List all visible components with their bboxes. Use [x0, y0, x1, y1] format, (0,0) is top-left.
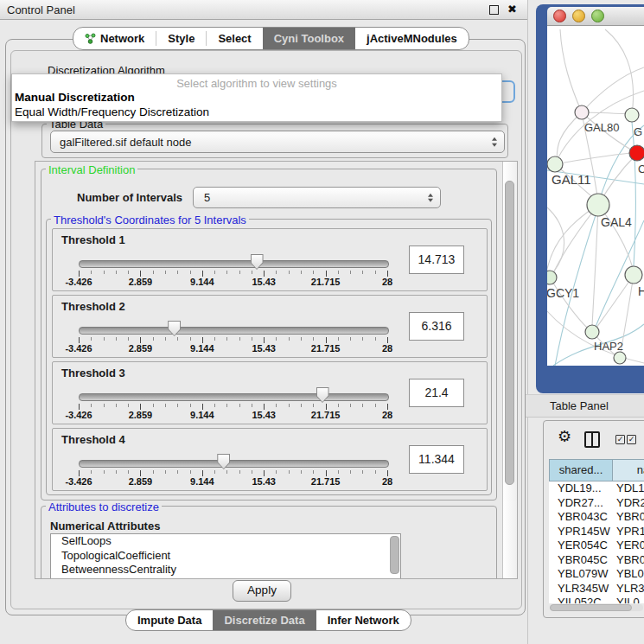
table-row[interactable]: YBR045CYBR0 [549, 553, 644, 568]
tab-label: Cyni Toolbox [274, 32, 344, 45]
slider-track[interactable] [79, 327, 389, 335]
stepper-arrows-icon[interactable] [492, 137, 497, 147]
slider-track[interactable] [79, 260, 389, 268]
stepper-arrows-icon[interactable] [428, 193, 433, 202]
network-node-c[interactable] [629, 145, 644, 161]
gear-icon[interactable]: ⚙ [558, 428, 571, 445]
table-row[interactable]: YLR345WYLR3 [549, 582, 644, 596]
dropdown-option-manual-discretization[interactable]: Manual Discretization [12, 90, 501, 105]
apply-button[interactable]: Apply [233, 580, 291, 602]
tab-label: Select [218, 32, 251, 45]
threshold-value-field[interactable]: 6.316 [409, 312, 464, 341]
tab-network[interactable]: Network [73, 28, 156, 49]
network-node-g[interactable] [625, 108, 639, 122]
cyni-mode-tabbar: Impute DataDiscretize DataInfer Network [125, 609, 411, 631]
tick-mark [362, 271, 363, 274]
tick-mark [128, 470, 129, 474]
float-window-icon[interactable] [489, 5, 499, 15]
cell-shared-name: YBL079W [558, 567, 609, 580]
network-node-gal80[interactable] [575, 105, 589, 119]
tick-mark [91, 271, 92, 274]
table-row[interactable]: YER054CYER0 [549, 539, 644, 553]
tick-mark [313, 337, 314, 341]
column-header-shared[interactable]: shared... [549, 459, 613, 481]
network-canvas[interactable]: GAL80GCGAL11GAL4GCY1HHAP2 [547, 26, 644, 366]
slider-track[interactable] [79, 460, 389, 468]
tick-mark [226, 271, 227, 274]
column-header-name[interactable]: na [612, 459, 644, 481]
list-scrollbar[interactable] [390, 536, 399, 574]
control-panel-titlebar: Control Panel ✖ [0, 0, 527, 20]
attribute-list-item[interactable]: TopologicalCoefficient [51, 549, 400, 564]
table-row[interactable]: YPR145WYPR1 [549, 525, 644, 539]
checkbox-icon[interactable]: ✓ [627, 435, 636, 444]
tick-mark [214, 271, 215, 274]
threshold-label: Threshold 3 [61, 367, 125, 379]
tick-mark [252, 470, 252, 474]
tab-label: Impute Data [137, 614, 201, 627]
tick-mark [214, 337, 215, 341]
tick-mark [375, 337, 376, 341]
network-node-gal11[interactable] [547, 156, 563, 172]
zoom-traffic-light-icon[interactable] [591, 10, 604, 22]
tick-label: 28 [382, 410, 392, 420]
threshold-label: Threshold 1 [61, 233, 125, 246]
threshold-value-field[interactable]: 11.344 [409, 445, 464, 474]
number-of-intervals-combobox[interactable]: 5 [193, 187, 441, 208]
minimize-traffic-light-icon[interactable] [572, 10, 585, 22]
table-row[interactable]: YBL079WYBL0 [549, 567, 644, 582]
tick-label: -3.426 [65, 476, 92, 487]
network-node[interactable] [614, 352, 626, 364]
split-view-icon[interactable] [584, 431, 600, 448]
cell-name: YDL1 [616, 481, 644, 494]
settings-scrollbar-thumb[interactable] [505, 181, 514, 485]
tick-label: 21.715 [311, 277, 341, 287]
tab-label: Style [168, 32, 194, 45]
tick-mark [128, 404, 129, 407]
dropdown-option-equal-width-frequency[interactable]: Equal Width/Frequency Discretization [12, 105, 501, 119]
network-node-hap2[interactable] [585, 325, 599, 339]
slider-tick-labels: -3.4262.8599.14415.4321.71528 [79, 277, 387, 287]
numerical-attributes-list[interactable]: SelfLoopsTopologicalCoefficientBetweenne… [50, 533, 401, 579]
table-row[interactable]: YDL19...YDL1 [549, 481, 644, 496]
tab-impute-data[interactable]: Impute Data [126, 610, 213, 630]
tab-infer-network[interactable]: Infer Network [316, 610, 411, 630]
tick-mark [202, 337, 203, 343]
network-node-h[interactable] [625, 266, 642, 284]
table-horizontal-scrollbar[interactable] [550, 604, 643, 611]
attribute-list-item[interactable]: SelfLoops [51, 534, 400, 549]
table-row[interactable]: YIL052CYIL0 [549, 596, 644, 603]
table-scrollbar-thumb[interactable] [550, 604, 632, 611]
threshold-value-field[interactable]: 14.713 [409, 245, 464, 274]
threshold-value-field[interactable]: 21.4 [409, 379, 464, 407]
tab-cyni-toolbox[interactable]: Cyni Toolbox [263, 28, 355, 49]
tab-style[interactable]: Style [156, 28, 206, 49]
tick-mark [326, 470, 327, 476]
node-label: G [634, 125, 642, 138]
network-node-gcy1[interactable] [547, 271, 557, 284]
close-traffic-light-icon[interactable] [553, 10, 566, 22]
tick-mark [116, 271, 117, 274]
tick-mark [350, 337, 351, 341]
tab-select[interactable]: Select [207, 28, 262, 49]
tick-mark [202, 470, 203, 476]
close-icon[interactable]: ✖ [507, 2, 517, 17]
tick-label: 15.43 [252, 410, 276, 420]
tab-jactivemnodules[interactable]: jActiveMNodules [355, 28, 469, 49]
table-data-combobox[interactable]: galFiltered.sif default node [50, 131, 505, 153]
attribute-list-item[interactable]: BetweennessCentrality [51, 563, 400, 577]
tab-discretize-data[interactable]: Discretize Data [213, 610, 316, 630]
node-table[interactable]: YDL19...YDL1YDR27...YDR2YBR043CYBR0YPR14… [549, 481, 644, 603]
table-row[interactable]: YDR27...YDR2 [549, 496, 644, 511]
slider-track[interactable] [79, 393, 389, 401]
tick-label: 15.43 [252, 343, 276, 354]
checkbox-icon[interactable]: ✓ [615, 435, 625, 444]
tick-mark [165, 271, 166, 274]
tick-mark [362, 404, 363, 407]
table-row[interactable]: YBR043CYBR0 [549, 510, 644, 525]
tick-mark [91, 337, 92, 341]
tick-mark [276, 470, 277, 474]
network-node-gal4[interactable] [587, 194, 609, 216]
settings-scrollbar-track[interactable] [502, 162, 517, 578]
tick-label: 28 [382, 277, 392, 287]
